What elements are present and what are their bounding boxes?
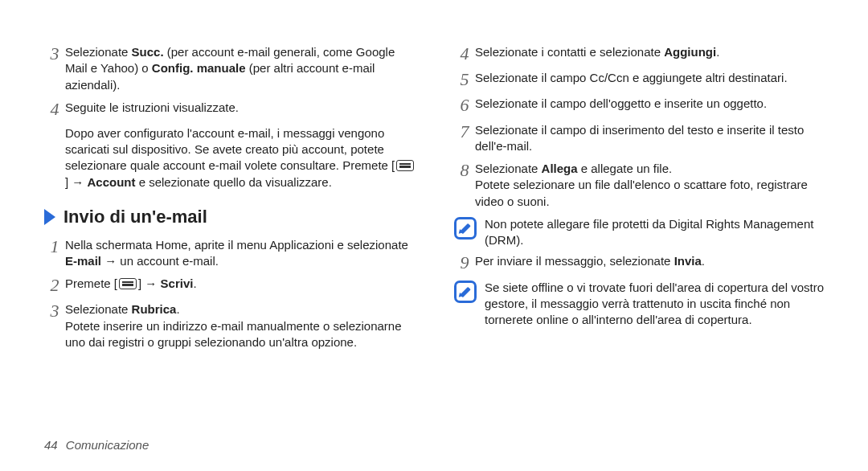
section-heading: Invio di un'e-mail [44,205,418,229]
page-footer: 44 Comunicazione [44,437,149,453]
step-number: 5 [454,70,475,89]
step-3b: 3 Selezionate Rubrica. Potete inserire u… [44,301,418,350]
text: ] → [65,175,88,189]
step-number: 3 [44,44,65,93]
step-number: 4 [454,44,475,63]
text: . [176,302,179,316]
step-body: Selezionate il campo di inserimento del … [475,122,828,155]
text: ] → [138,276,161,290]
text: . [716,45,719,59]
step-body: Nella schermata Home, aprite il menu App… [65,237,418,270]
bold-config: Config. manuale [152,61,246,75]
note-body: Non potete allegare file protetti da Dig… [485,216,828,249]
step-body: Selezionate Succ. (per account e-mail ge… [65,44,418,93]
step-5: 5 Selezionate il campo Cc/Ccn e aggiunge… [454,70,828,89]
step-body: Premete [] → Scrivi. [65,276,418,295]
step-number: 4 [44,100,65,119]
note-icon [454,281,477,303]
text: Selezionate [65,45,132,59]
step-number: 1 [44,237,65,270]
left-column: 3 Selezionate Succ. (per account e-mail … [44,44,418,357]
step-number: 2 [44,276,65,295]
bold-scrivi: Scrivi [161,276,194,290]
step-number: 8 [454,161,475,210]
menu-key-icon [119,278,137,289]
note-offline: Se siete offline o vi trovate fuori dell… [454,280,828,329]
bold-invia: Invia [674,254,702,268]
step-body: Selezionate Rubrica. Potete inserire un … [65,301,418,350]
step-body: Selezionate il campo dell'oggetto e inse… [475,96,828,115]
text: e allegate un file. [578,162,673,175]
page-number: 44 [44,438,58,452]
text: Selezionate [65,302,132,316]
bold-succ: Succ. [132,45,164,59]
step-8: 8 Selezionate Allega e allegate un file.… [454,161,828,210]
page-content: 3 Selezionate Succ. (per account e-mail … [0,0,868,357]
bold-allega: Allega [542,162,578,175]
step-4: 4 Seguite le istruzioni visualizzate. [44,100,418,119]
text: Per inviare il messaggio, selezionate [475,254,674,268]
pencil-icon [460,286,471,297]
step-body: Seguite le istruzioni visualizzate. [65,100,418,119]
step-number: 7 [454,122,475,155]
text: → un account e-mail. [101,254,219,268]
text: Dopo aver configurato l'account e-mail, … [65,126,395,173]
step-9: 9 Per inviare il messaggio, selezionate … [454,253,828,272]
bold-aggiungi: Aggiungi [664,45,716,59]
step-body: Per inviare il messaggio, selezionate In… [475,253,828,272]
bold-rubrica: Rubrica [132,302,177,316]
text: Premete [ [65,276,117,290]
step-body: Selezionate il campo Cc/Ccn e aggiungete… [475,70,828,89]
note-icon [454,217,477,240]
pencil-icon [460,223,471,234]
step-number: 6 [454,96,475,115]
note-body: Se siete offline o vi trovate fuori dell… [485,280,828,329]
text: Selezionate [475,162,542,175]
step-number: 3 [44,301,65,350]
right-column: 4 Selezionate i contatti e selezionate A… [454,44,828,357]
text: e selezionate quello da visualizzare. [136,175,332,189]
text: Selezionate i contatti e selezionate [475,45,664,59]
step-subtext: Potete inserire un indirizzo e-mail manu… [65,318,418,351]
menu-key-icon [396,160,414,171]
step-4r: 4 Selezionate i contatti e selezionate A… [454,44,828,63]
step-3: 3 Selezionate Succ. (per account e-mail … [44,44,418,93]
step-7: 7 Selezionate il campo di inserimento de… [454,122,828,155]
text: Nella schermata Home, aprite il menu App… [65,238,408,252]
chevron-icon [44,209,55,225]
bold-account: Account [88,175,136,189]
step-2: 2 Premete [] → Scrivi. [44,276,418,295]
section-name: Comunicazione [66,438,149,452]
step-body: Selezionate i contatti e selezionate Agg… [475,44,828,63]
heading-text: Invio di un'e-mail [63,205,207,229]
step-number: 9 [454,253,475,272]
note-drm: Non potete allegare file protetti da Dig… [454,216,828,249]
bold-email: E-mail [65,254,101,268]
step-1: 1 Nella schermata Home, aprite il menu A… [44,237,418,270]
text: . [193,276,196,290]
step-body: Selezionate Allega e allegate un file. P… [475,161,828,210]
step-subtext: Potete selezionare un file dall'elenco o… [475,177,828,210]
step-6: 6 Selezionate il campo dell'oggetto e in… [454,96,828,115]
paragraph: Dopo aver configurato l'account e-mail, … [65,125,418,190]
text: . [702,254,705,268]
